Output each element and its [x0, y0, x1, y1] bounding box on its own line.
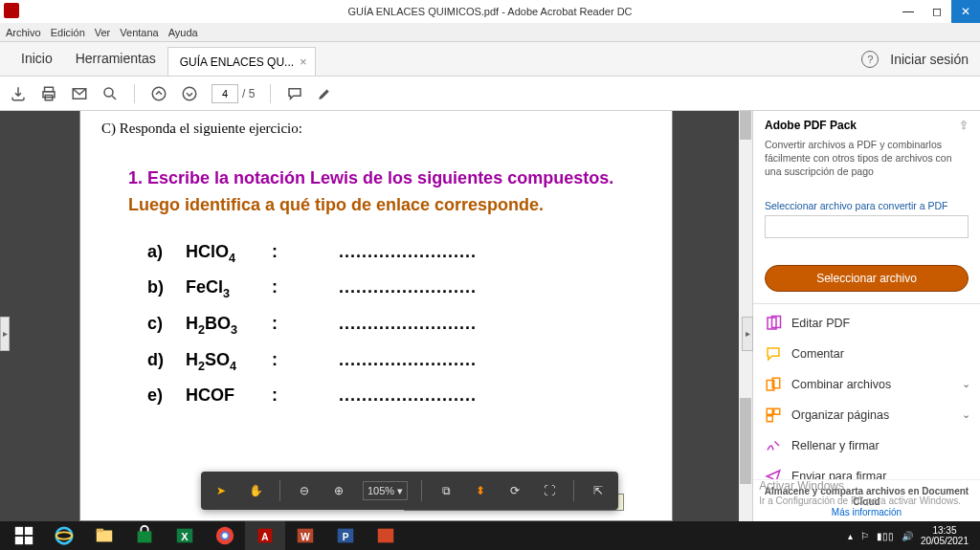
tray-network-icon[interactable]: ▮▯▯: [877, 531, 894, 541]
fit-width-icon[interactable]: ⬍: [470, 480, 491, 501]
side-panel-toggle[interactable]: ▸: [742, 317, 753, 351]
pdf-pack-title: Adobe PDF Pack: [765, 119, 857, 132]
question-text: 1. Escribe la notación Lewis de los sigu…: [128, 165, 641, 219]
pdf-pack-section: Adobe PDF Pack ⇪ Convertir archivos a PD…: [753, 111, 980, 187]
taskbar-excel-icon[interactable]: X: [165, 521, 205, 550]
share-icon[interactable]: ⇪: [959, 119, 969, 132]
tab-bar: Inicio Herramientas GUÍA ENLACES QU... ×…: [0, 42, 980, 77]
right-side-panel: ▸ Adobe PDF Pack ⇪ Convertir archivos a …: [752, 111, 980, 521]
svg-rect-14: [15, 527, 23, 535]
tool-edit[interactable]: Editar PDF: [753, 308, 980, 339]
email-icon[interactable]: [71, 85, 88, 102]
item-colon: :: [272, 314, 291, 334]
fullscreen-icon[interactable]: ⛶: [539, 480, 560, 501]
tool-label: Organizar páginas: [791, 408, 889, 422]
item-colon: :: [272, 242, 291, 262]
select-file-button[interactable]: Seleccionar archivo: [765, 265, 969, 292]
svg-point-4: [104, 88, 113, 97]
list-item: c)H2BO3:........................: [147, 314, 651, 337]
edit-icon: [765, 315, 782, 332]
toolbar-separator: [134, 84, 135, 103]
tab-close-icon[interactable]: ×: [300, 48, 307, 77]
save-icon[interactable]: [10, 85, 27, 102]
system-tray[interactable]: ▴ ⚐ ▮▯▯ 🔊 13:35 20/05/2021: [848, 525, 976, 546]
menu-archivo[interactable]: Archivo: [6, 27, 41, 38]
comment-bubble-icon[interactable]: [286, 85, 303, 102]
file-input-box[interactable]: [765, 215, 969, 238]
tool-organize[interactable]: Organizar páginas⌄: [753, 400, 980, 430]
tool-label: Editar PDF: [791, 317, 850, 330]
toolbar: / 5: [0, 77, 980, 111]
svg-rect-11: [767, 408, 772, 414]
taskbar-chrome-icon[interactable]: [205, 521, 245, 550]
pdf-page: C) Responda el siguiente ejercicio: 1. E…: [79, 111, 673, 521]
minimize-button[interactable]: —: [894, 0, 923, 23]
footer-text: Almacene y comparta archivos en Document…: [763, 486, 970, 507]
tab-tools[interactable]: Herramientas: [64, 41, 167, 76]
menu-edicion[interactable]: Edición: [51, 27, 85, 38]
list-item: b)FeCl3:........................: [147, 277, 651, 300]
separator: [421, 480, 422, 501]
chevron-down-icon: ⌄: [962, 408, 970, 421]
taskbar-word-icon[interactable]: W: [285, 521, 325, 550]
tray-flag-icon[interactable]: ⚐: [860, 531, 869, 541]
cursor-tool-icon[interactable]: ➤: [211, 480, 232, 501]
svg-text:W: W: [301, 532, 310, 542]
taskbar-powerpoint-icon[interactable]: [366, 521, 406, 550]
tab-home[interactable]: Inicio: [10, 41, 64, 76]
tool-combine[interactable]: Combinar archivos⌄: [753, 369, 980, 400]
select-file-label: Seleccionar archivo para convertir a PDF: [765, 200, 969, 211]
svg-text:X: X: [181, 531, 189, 542]
taskbar-acrobat-icon[interactable]: A: [245, 521, 285, 550]
question-number: 1.: [128, 168, 143, 187]
start-button[interactable]: [4, 521, 44, 550]
rotate-icon[interactable]: ⟳: [504, 480, 525, 501]
menu-ayuda[interactable]: Ayuda: [168, 27, 198, 38]
svg-text:A: A: [261, 532, 269, 542]
taskbar-explorer-icon[interactable]: [84, 521, 124, 550]
list-item: e)HCOF:........................: [147, 385, 651, 406]
svg-point-6: [183, 87, 196, 100]
scroll-up-button[interactable]: [740, 111, 751, 140]
highlight-icon[interactable]: [317, 85, 334, 102]
taskbar-ie-icon[interactable]: [44, 521, 84, 550]
taskbar-publisher-icon[interactable]: P: [325, 521, 366, 550]
left-panel-toggle[interactable]: ▸: [0, 317, 10, 351]
item-formula: H2SO4: [186, 350, 272, 373]
item-label: c): [147, 314, 186, 334]
fit-page-icon[interactable]: ⧉: [435, 480, 457, 501]
tool-sign[interactable]: Rellenar y firmar: [753, 430, 980, 461]
item-label: d): [147, 350, 186, 370]
maximize-button[interactable]: ◻: [923, 0, 951, 23]
search-icon[interactable]: [101, 85, 119, 102]
zoom-in-icon[interactable]: ⊕: [328, 480, 349, 501]
menu-ventana[interactable]: Ventana: [120, 27, 158, 38]
page-down-icon[interactable]: [181, 85, 198, 102]
taskbar-store-icon[interactable]: [124, 521, 165, 550]
page-up-icon[interactable]: [150, 85, 167, 102]
menu-ver[interactable]: Ver: [95, 27, 111, 38]
footer-link[interactable]: Más información: [832, 507, 902, 517]
svg-rect-34: [378, 529, 394, 543]
print-icon[interactable]: [40, 85, 57, 102]
zoom-out-icon[interactable]: ⊖: [294, 480, 315, 501]
main-area: ▸ C) Responda el siguiente ejercicio: 1.…: [0, 111, 980, 521]
question-part1: Escribe la notación Lewis de los siguien…: [147, 168, 613, 187]
help-icon[interactable]: ?: [861, 51, 879, 68]
zoom-level[interactable]: 105% ▾: [363, 481, 408, 500]
tray-volume-icon[interactable]: 🔊: [902, 531, 913, 541]
taskbar-clock[interactable]: 13:35 20/05/2021: [921, 525, 969, 546]
document-viewport[interactable]: ▸ C) Responda el siguiente ejercicio: 1.…: [0, 111, 752, 521]
tool-comment[interactable]: Comentar: [753, 339, 980, 369]
tab-document[interactable]: GUÍA ENLACES QU... ×: [167, 47, 316, 76]
pdf-pack-desc: Convertir archivos a PDF y combinarlos f…: [765, 138, 969, 179]
scroll-thumb[interactable]: [740, 398, 751, 484]
hand-tool-icon[interactable]: ✋: [245, 480, 266, 501]
tray-up-icon[interactable]: ▴: [848, 531, 853, 541]
svg-text:P: P: [343, 532, 349, 542]
window-title: GUÍA ENLACES QUIMICOS.pdf - Adobe Acroba…: [347, 6, 632, 17]
close-button[interactable]: ✕: [951, 0, 980, 23]
read-mode-icon[interactable]: ⇱: [588, 480, 609, 501]
sign-in-link[interactable]: Iniciar sesión: [890, 52, 969, 67]
page-number-input[interactable]: [212, 84, 238, 103]
